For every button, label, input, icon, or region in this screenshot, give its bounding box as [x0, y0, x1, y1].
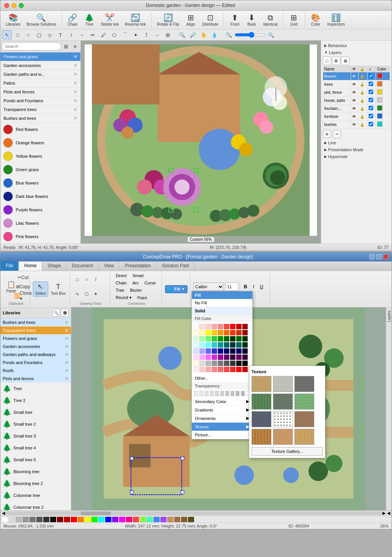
bottom-cat-plots[interactable]: Plots and fences ✕	[0, 375, 71, 383]
transparency-cell[interactable]	[199, 391, 204, 396]
tab-home[interactable]: Home	[19, 261, 42, 271]
win-close-btn[interactable]	[383, 254, 389, 260]
cat-ponds[interactable]: Ponds and Fountains ✕	[0, 96, 80, 105]
draw-shapes-btn[interactable]: ⬡	[82, 290, 91, 298]
layer-eye[interactable]: 👁	[351, 88, 359, 96]
color-cell[interactable]	[206, 348, 211, 354]
texture-cell[interactable]	[252, 376, 271, 392]
draw-rect-btn[interactable]: □	[73, 275, 82, 284]
toolbar-rotate-flip[interactable]: 🔄 Rotate & Flip	[155, 13, 181, 27]
color-cell[interactable]	[224, 361, 229, 366]
color-cell[interactable]	[199, 348, 205, 354]
win-min-btn[interactable]	[369, 254, 375, 260]
bottom-shape-item[interactable]: 🌲Blooming tree	[0, 466, 71, 478]
layer-lock[interactable]: 🔓	[359, 80, 368, 88]
color-cell[interactable]	[199, 354, 205, 360]
pan-btn[interactable]: ✋	[199, 30, 209, 39]
cat-ponds-remove[interactable]: ✕	[74, 98, 77, 103]
color-strip-cell[interactable]	[98, 517, 105, 522]
bezier-conn-btn[interactable]: Bezier	[127, 287, 144, 293]
color-strip-cell[interactable]	[147, 517, 153, 522]
bold-btn[interactable]: B	[242, 283, 250, 291]
zoom-out-btn2[interactable]: 🔍	[224, 30, 234, 39]
transparency-cell[interactable]	[230, 391, 235, 396]
transparency-cell[interactable]	[235, 391, 240, 396]
color-strip-cell[interactable]	[29, 517, 36, 522]
zoom-slider[interactable]	[235, 32, 265, 38]
texture-cell[interactable]	[273, 411, 293, 427]
layer-color-cell[interactable]	[376, 121, 390, 129]
layer-check[interactable]	[367, 105, 376, 113]
toolbar-chain[interactable]: 🔗 Chain	[65, 13, 80, 27]
color-cell[interactable]	[242, 342, 248, 348]
layer-check[interactable]	[367, 72, 376, 80]
round-conn-btn[interactable]: Round ▾	[113, 294, 134, 301]
toolbar-color[interactable]: 🎨 Color	[308, 13, 323, 27]
close-btn[interactable]	[4, 3, 9, 8]
arrow-btn[interactable]: →	[152, 30, 162, 39]
color-strip-cell[interactable]	[112, 517, 118, 522]
color-cell[interactable]	[212, 336, 217, 341]
texture-cell[interactable]	[294, 411, 314, 427]
bottom-cat-garden-acc[interactable]: Garden accessories ✕	[0, 343, 71, 351]
bp-search-btn[interactable]: 🔍	[52, 309, 60, 317]
color-cell[interactable]	[230, 336, 235, 341]
texture-cell[interactable]	[252, 394, 271, 410]
color-cell[interactable]	[206, 361, 211, 366]
color-strip-cell[interactable]	[43, 517, 49, 522]
color-cell[interactable]	[206, 354, 211, 360]
minimize-btn[interactable]	[11, 3, 16, 8]
color-cell[interactable]	[193, 342, 199, 348]
cat-paths[interactable]: Garden paths and w... ✕	[0, 70, 80, 79]
color-strip-cell[interactable]	[36, 517, 42, 522]
layer-color-cell[interactable]	[376, 80, 390, 88]
color-cell[interactable]	[230, 367, 235, 372]
select-ribbon-btn[interactable]: ↖ Select	[33, 281, 48, 297]
scroll-track[interactable]	[5, 511, 382, 515]
color-cell[interactable]	[224, 354, 229, 360]
toolbar-front[interactable]: ⬆ Front	[227, 13, 242, 27]
color-cell[interactable]	[212, 342, 217, 348]
color-cell[interactable]	[218, 342, 223, 348]
layer-color-cell[interactable]	[376, 72, 390, 80]
arc-tool-btn[interactable]: ⌒	[120, 30, 130, 39]
layer-check[interactable]	[367, 88, 376, 96]
layer-color-cell[interactable]	[376, 113, 390, 121]
layer-check[interactable]	[367, 113, 376, 121]
font-name-select[interactable]: Calibri	[193, 283, 224, 291]
tree-conn-btn[interactable]: Tree	[113, 287, 126, 293]
draw-curve-btn[interactable]: ∿	[73, 290, 82, 298]
tab-presentation[interactable]: Presentation	[120, 261, 157, 271]
shape-item[interactable]: Blue flowers	[0, 176, 80, 190]
bottom-cat-ponds[interactable]: Ponds and Fountains ✕	[0, 359, 71, 367]
cat-plots-remove[interactable]: ✕	[74, 89, 77, 95]
color-cell[interactable]	[193, 367, 199, 372]
draw-custom-btn[interactable]: ✦	[91, 290, 100, 298]
color-cell[interactable]	[212, 348, 217, 354]
layer-row[interactable]: bushes 👁 🔓	[323, 121, 390, 129]
color-strip-cell[interactable]	[154, 517, 160, 522]
color-cell[interactable]	[199, 336, 205, 341]
color-cell[interactable]	[199, 330, 205, 335]
bottom-shape-item[interactable]: 🌲Small tree 4	[0, 442, 71, 454]
cat-accessories[interactable]: Garden accessories ✕	[0, 61, 80, 70]
color-cell[interactable]	[242, 336, 248, 341]
cut-btn[interactable]: ✂ Cut	[19, 273, 27, 282]
layer-merge-btn[interactable]: ⊞	[341, 57, 350, 65]
color-cell[interactable]	[193, 361, 199, 366]
layer-eye[interactable]: 👁	[351, 96, 359, 105]
cat-transparent-remove[interactable]: ✕	[74, 107, 77, 112]
maximize-btn[interactable]	[19, 3, 24, 8]
line-section[interactable]: ▶ Line	[323, 139, 390, 146]
layer-color-cell[interactable]	[376, 105, 390, 113]
texture-item[interactable]: Texture ▶	[192, 423, 252, 431]
grid-view-btn[interactable]: ⊞	[62, 42, 70, 51]
draw-oval-btn[interactable]: ○	[82, 275, 91, 284]
cat-flowers[interactable]: Flowers and grass ✕	[0, 52, 80, 61]
color-strip-cell[interactable]	[9, 517, 15, 522]
arc-conn-btn[interactable]: Arc	[130, 280, 141, 286]
cat-flowers-remove[interactable]: ✕	[74, 54, 77, 59]
layer-lock[interactable]: 🔓	[359, 113, 368, 121]
bottom-cat-bushes[interactable]: Bushes and trees ✕	[0, 319, 71, 327]
rect-tool-btn[interactable]: □	[13, 30, 23, 39]
